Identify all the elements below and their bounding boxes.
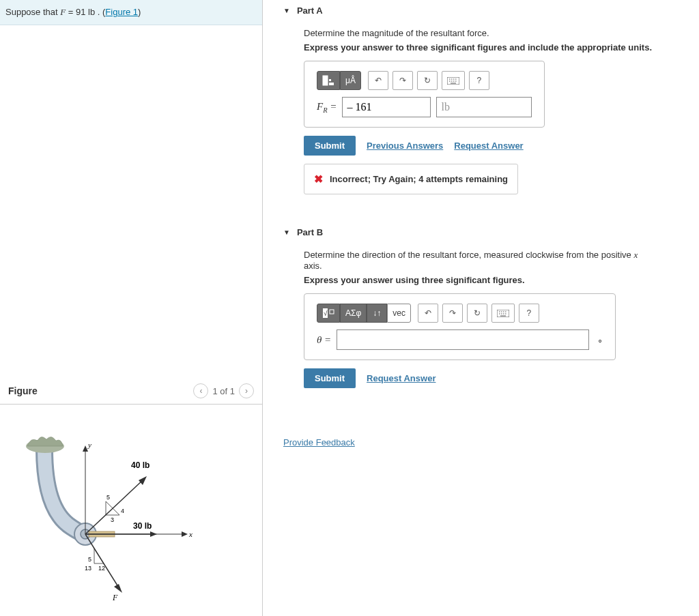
part-a-title: Part A [297, 5, 323, 16]
part-a-answer-row: FR = [317, 97, 532, 117]
template-button[interactable]: √ [317, 304, 340, 323]
part-b-answer-row: θ = ∘ [317, 329, 603, 350]
undo-button[interactable]: ↶ [368, 71, 388, 90]
svg-rect-16 [329, 83, 334, 85]
part-b-answer-box: √ ΑΣφ ↓↑ vec ↶ ↷ ↻ ? θ = ∘ [304, 293, 616, 360]
figure-nav: ‹ 1 of 1 › [193, 383, 254, 398]
part-a-bold: Express your answer to three significant… [304, 42, 658, 53]
axis-x-label: x [188, 530, 192, 538]
help-button[interactable]: ? [469, 71, 489, 90]
figure-prev-button[interactable]: ‹ [193, 383, 208, 398]
svg-rect-14 [323, 76, 328, 85]
help-button[interactable]: ? [519, 304, 539, 323]
part-b: ▼ Part B Determine the direction of the … [263, 222, 699, 403]
right-panel: ▼ Part A Determine the magnitude of the … [263, 0, 699, 616]
tri-4: 4 [121, 508, 124, 514]
part-b-instruction: Determine the direction of the resultant… [304, 250, 658, 271]
part-b-value-input[interactable] [337, 329, 589, 350]
provide-feedback-link[interactable]: Provide Feedback [263, 437, 355, 448]
left-panel: Suppose that F = 91 lb . (Figure 1) Figu… [0, 0, 263, 616]
force-30-label: 30 lb [133, 521, 152, 531]
tri-5a: 5 [106, 494, 110, 501]
tri-5b: 5 [88, 556, 91, 563]
reset-button[interactable]: ↻ [417, 71, 438, 90]
vec-button[interactable]: vec [387, 304, 411, 323]
part-a-answer-box: μÅ ↶ ↷ ↻ ? FR = [304, 61, 545, 128]
feedback-text: Incorrect; Try Again; 4 attempts remaini… [330, 174, 508, 184]
part-a-submit-row: Submit Previous Answers Request Answer [304, 136, 658, 156]
svg-marker-13 [114, 584, 122, 593]
tri-13: 13 [85, 565, 91, 572]
greek-button[interactable]: ΑΣφ [340, 304, 367, 323]
problem-prefix: Suppose that [5, 7, 60, 17]
svg-marker-11 [150, 531, 157, 537]
part-a-unit-input[interactable] [436, 97, 532, 117]
problem-statement: Suppose that F = 91 lb . (Figure 1) [0, 0, 262, 25]
force-40-label: 40 lb [131, 460, 149, 470]
part-a-feedback: ✖ Incorrect; Try Again; 4 attempts remai… [304, 164, 518, 194]
part-a-previous-answers-link[interactable]: Previous Answers [367, 141, 443, 151]
undo-button[interactable]: ↶ [418, 304, 438, 323]
figure-diagram: y x 40 lb 30 lb F 5 4 3 5 13 12 [0, 405, 262, 602]
figure-section: Figure ‹ 1 of 1 › [0, 378, 262, 616]
figure-nav-text: 1 of 1 [212, 386, 235, 396]
tri-3: 3 [111, 516, 114, 523]
force-F-label: F [112, 593, 118, 602]
part-a-value-input[interactable] [342, 97, 431, 117]
svg-marker-7 [182, 531, 188, 537]
units-button[interactable]: μÅ [340, 71, 361, 90]
reset-button[interactable]: ↻ [467, 304, 487, 323]
problem-eq: = 91 lb . ( [66, 7, 105, 17]
collapse-icon: ▼ [283, 7, 290, 14]
part-a-header[interactable]: ▼ Part A [263, 0, 699, 21]
part-b-var-label: θ = [317, 334, 331, 346]
keyboard-button[interactable] [491, 304, 515, 323]
tri-12: 12 [98, 565, 105, 572]
part-b-header[interactable]: ▼ Part B [263, 222, 699, 243]
part-b-toolbar: √ ΑΣφ ↓↑ vec ↶ ↷ ↻ ? [317, 304, 603, 323]
part-a: ▼ Part A Determine the magnitude of the … [263, 0, 699, 201]
part-a-var-label: FR = [317, 101, 337, 114]
problem-suffix: ) [138, 7, 141, 17]
figure-header: Figure ‹ 1 of 1 › [0, 378, 262, 405]
figure-next-button[interactable]: › [239, 383, 254, 398]
keyboard-button[interactable] [442, 71, 465, 90]
template-button[interactable] [317, 71, 340, 90]
part-a-submit-button[interactable]: Submit [304, 136, 356, 156]
part-b-bold: Express your answer using three signific… [304, 275, 658, 285]
svg-rect-15 [329, 79, 331, 81]
part-b-title: Part B [297, 227, 323, 237]
collapse-icon: ▼ [283, 229, 290, 236]
part-a-request-answer-link[interactable]: Request Answer [454, 141, 523, 151]
part-b-submit-button[interactable]: Submit [304, 368, 356, 388]
incorrect-icon: ✖ [314, 173, 323, 186]
part-b-submit-row: Submit Request Answer [304, 368, 658, 388]
redo-button[interactable]: ↷ [442, 304, 463, 323]
redo-button[interactable]: ↷ [393, 71, 413, 90]
degree-symbol: ∘ [597, 335, 603, 345]
part-a-toolbar: μÅ ↶ ↷ ↻ ? [317, 71, 532, 90]
part-a-instruction: Determine the magnitude of the resultant… [304, 28, 658, 38]
svg-marker-9 [139, 476, 147, 485]
svg-marker-5 [83, 445, 88, 452]
svg-text:√: √ [324, 310, 328, 317]
figure-link[interactable]: Figure 1 [105, 7, 138, 17]
axis-y-label: y [87, 441, 91, 449]
figure-title: Figure [8, 385, 38, 396]
part-b-request-answer-link[interactable]: Request Answer [367, 373, 436, 383]
updown-button[interactable]: ↓↑ [367, 304, 387, 323]
svg-rect-23 [330, 310, 334, 314]
problem-var: F [60, 7, 66, 17]
